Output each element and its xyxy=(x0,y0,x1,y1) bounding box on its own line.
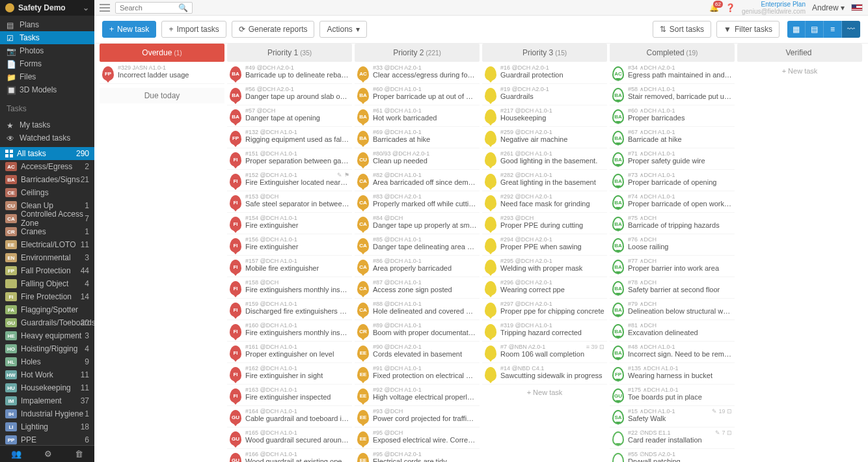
nav-forms[interactable]: 📄Forms xyxy=(0,57,94,70)
category-controlled-access-zone[interactable]: CAControlled Access Zone7 xyxy=(0,212,94,225)
all-tasks-row[interactable]: All tasks 290 xyxy=(0,147,94,160)
category-industrial-hygiene[interactable]: IHIndustrial Hygiene1 xyxy=(0,407,94,420)
view-analytics-button[interactable]: 〰 xyxy=(842,21,860,38)
task-card[interactable]: FI#159 @DCH A1.0-1Discharged fire exting… xyxy=(227,299,352,320)
nav-watched-tasks[interactable]: 👁Watched tasks xyxy=(0,131,94,144)
task-card[interactable]: GU#165 @DCH A1.0-1Wood guardrail secured… xyxy=(227,428,352,449)
task-card[interactable]: FI#162 @DCH A1.0-1Fire extinguisher in s… xyxy=(227,364,352,385)
task-card[interactable]: BA#56 @DCH A2.0-1Danger tape up around s… xyxy=(227,85,352,105)
task-card[interactable]: FI#158 @DCHFire extinguishers monthly in… xyxy=(227,278,352,299)
task-card[interactable]: #22 ∅NDS E1.1Card reader installation✎ 7… xyxy=(610,428,735,449)
task-card[interactable]: PP#295 @DCH A2.0-1Welding with proper ma… xyxy=(482,256,607,277)
task-card[interactable]: BA#76 ∧DCHLoose railing xyxy=(610,235,735,256)
locale-flag-icon[interactable] xyxy=(851,4,863,11)
task-card[interactable]: CA#84 @DCHDanger tape up properly at smo… xyxy=(355,213,480,234)
filter-tasks-button[interactable]: ▼ Filter tasks xyxy=(716,21,780,38)
task-card[interactable]: FI#163 @DCH A1.0-1Fire extinguisher insp… xyxy=(227,385,352,406)
category-falling-object[interactable]: Falling Object4 xyxy=(0,277,94,290)
nav-my-tasks[interactable]: ★My tasks xyxy=(0,118,94,131)
task-card[interactable]: BA#78 ∧DCHSafety barrier at second floor xyxy=(610,278,735,299)
task-card[interactable]: CA#82 @DCH A1.0-1Area barricaded off sin… xyxy=(355,170,480,191)
task-card[interactable]: FI#161 @DCH A1.0-1Proper extinguisher on… xyxy=(227,342,352,363)
generate-reports-button[interactable]: ⟳ Generate reports xyxy=(232,21,315,38)
task-card[interactable]: GU#166 @DCH A1.0-1Wood guardrail at exis… xyxy=(227,450,352,462)
category-ppe[interactable]: PPPPE6 xyxy=(0,433,94,445)
task-card[interactable]: #19 @DCH A2.0-1Guardrails xyxy=(482,85,607,105)
column-header[interactable]: Verified xyxy=(737,44,862,62)
task-card[interactable]: FI#156 @DCH A1.0-1Fire extinguisher xyxy=(227,235,352,256)
task-card[interactable]: BA#48 ∧DCH A1.0-1Incorrect sign. Need to… xyxy=(610,342,735,363)
category-ceilings[interactable]: CECeilings xyxy=(0,186,94,199)
notifications-button[interactable]: 🔔 62 xyxy=(709,3,719,12)
category-flagging-spotter[interactable]: FAFlagging/Spotter xyxy=(0,303,94,316)
search-input[interactable] xyxy=(116,4,174,12)
task-card[interactable]: BA#57 @DCHDanger tape at opening xyxy=(227,106,352,127)
task-card[interactable]: BA#75 ∧DCHBarricade of tripping hazards xyxy=(610,213,735,234)
gear-icon[interactable]: ⚙ xyxy=(44,449,52,459)
view-grid-button[interactable]: ▦ xyxy=(787,21,806,38)
task-card[interactable]: EE#95 @DCH A2.0-1Electrical cords are ti… xyxy=(355,450,480,462)
task-card[interactable]: FI#160 @DCH A1.0-1Fire extinguishers mon… xyxy=(227,321,352,342)
task-card[interactable]: EE#95 @DCHExposed electrical wire. Corre… xyxy=(355,428,480,449)
help-icon[interactable]: ❓ xyxy=(726,3,735,12)
task-card[interactable]: BA#81 ∧DCHExcavation delineated xyxy=(610,321,735,342)
trash-icon[interactable]: 🗑 xyxy=(75,449,83,459)
category-heavy-equipment[interactable]: HEHeavy equipment3 xyxy=(0,329,94,342)
task-card[interactable]: FI#152 @DCH A1.0-1Fire Extinguisher loca… xyxy=(227,170,352,191)
task-card[interactable]: GU#175 ∧DCH A1.0-1Toe boards put in plac… xyxy=(610,385,735,406)
column-header[interactable]: Priority 2(221) xyxy=(355,44,480,62)
task-card[interactable]: BA#69 @DCH A1.0-1Barricades at hike xyxy=(355,128,480,148)
new-task-button[interactable]: + New task xyxy=(102,21,156,38)
task-card[interactable]: #259 @DCH A2.0-1Negative air machine xyxy=(482,128,607,148)
new-task-link[interactable]: + New task xyxy=(482,385,607,400)
task-card[interactable]: BA#79 ∧DCHDelineation below structural w… xyxy=(610,299,735,320)
task-card[interactable]: SA#15 ∧DCH A1.0-1Safety Walk✎ 19 ⊡ xyxy=(610,407,735,428)
category-cranes[interactable]: CRCranes1 xyxy=(0,225,94,238)
task-card[interactable]: CA#83 @DCH A2.0-1Properly marked off whi… xyxy=(355,192,480,213)
task-card[interactable]: #16 @DCH A2.0-1Guardrail protection xyxy=(482,63,607,84)
category-environmental[interactable]: ENEnvironmental3 xyxy=(0,251,94,264)
task-card[interactable]: AC#33 @DCH A2.0-1Clear access/egress dur… xyxy=(355,63,480,84)
new-task-link[interactable]: + New task xyxy=(737,63,862,79)
task-card[interactable]: FP#329 JASN A1.0-1Incorrect ladder usage xyxy=(100,63,224,84)
category-holes[interactable]: HLHoles9 xyxy=(0,355,94,368)
nav-tasks[interactable]: ☑Tasks xyxy=(0,31,94,44)
category-impalement[interactable]: IMImpalement37 xyxy=(0,394,94,407)
category-housekeeping[interactable]: HUHousekeeping11 xyxy=(0,381,94,394)
view-calendar-button[interactable]: ▤ xyxy=(806,21,824,38)
task-card[interactable]: FI#154 @DCH A1.0-1Fire extinguisher xyxy=(227,213,352,234)
task-card[interactable]: EE#93 @DCHPower cord projected for traff… xyxy=(355,407,480,428)
category-electrical-loto[interactable]: EEElectrical/LOTO11 xyxy=(0,238,94,251)
task-card[interactable]: FP#135 ∧DCH A1.0-1Wearing harness in buc… xyxy=(610,364,735,385)
category-access-egress[interactable]: ACAccess/Egress2 xyxy=(0,160,94,173)
nav-3d-models[interactable]: 🔲3D Models xyxy=(0,83,94,96)
task-card[interactable]: BA#61 @DCH A1.0-1Hot work barricaded xyxy=(355,106,480,127)
task-card[interactable]: BA#77 ∧DCHProper barrier into work area xyxy=(610,256,735,277)
search-icon[interactable]: 🔍 xyxy=(174,3,192,12)
task-card[interactable]: EE#92 @DCH A1.0-1High voltage electrical… xyxy=(355,385,480,406)
task-card[interactable]: BA#74 ∧DCH A1.0-1Proper barricade of ope… xyxy=(610,192,735,213)
column-header[interactable]: Priority 3(15) xyxy=(482,44,607,62)
task-card[interactable]: BA#73 ∧DCH A1.0-1Proper barricade of ope… xyxy=(610,170,735,191)
task-card[interactable]: CA#85 @DCH A1.0-1Danger tape delineating… xyxy=(355,235,480,256)
task-card[interactable]: BA#71 ∧DCH A1.0-1Proper safety guide wir… xyxy=(610,149,735,170)
import-tasks-button[interactable]: + Import tasks xyxy=(161,21,226,38)
category-hoisting-rigging[interactable]: HOHoisting/Rigging4 xyxy=(0,342,94,355)
task-card[interactable]: LI#261 @DCH A1.0-1Good lighting in the b… xyxy=(482,149,607,170)
task-card[interactable]: CA#87 @DCH A1.0-1Access zone sign posted xyxy=(355,278,480,299)
column-header[interactable]: Completed(19) xyxy=(610,44,735,62)
nav-files[interactable]: 📁Files xyxy=(0,70,94,83)
task-card[interactable]: PP#292 @DCH A2.0-1Need face mask for gri… xyxy=(482,192,607,213)
hamburger-icon[interactable] xyxy=(100,3,110,13)
task-card[interactable]: BA#49 @DCH A2.0-1Barricade up to delinea… xyxy=(227,63,352,84)
task-card[interactable]: CR#89 @DCH A1.0-1Boom with proper docume… xyxy=(355,321,480,342)
column-header[interactable]: Overdue(1) xyxy=(100,44,224,62)
task-card[interactable]: FI#151 @DCH A1.0-1Proper separation betw… xyxy=(227,149,352,170)
user-menu[interactable]: Andrew ▾ xyxy=(812,3,845,12)
task-card[interactable]: PP#294 @DCH A2.0-1Proper PPE when sawing xyxy=(482,235,607,256)
column-header[interactable]: Priority 1(35) xyxy=(227,44,352,62)
task-card[interactable]: PP#297 @DCH A2.0-1Proper ppe for chippin… xyxy=(482,299,607,320)
task-card[interactable]: PP#296 @DCH A2.0-1Wearing correct ppe xyxy=(482,278,607,299)
task-card[interactable]: BA#60 @DCH A1.0-1Proper barricade up at … xyxy=(355,85,480,105)
task-card[interactable]: BA#67 ∧DCH A1.0-1Barricade at hike xyxy=(610,128,735,148)
